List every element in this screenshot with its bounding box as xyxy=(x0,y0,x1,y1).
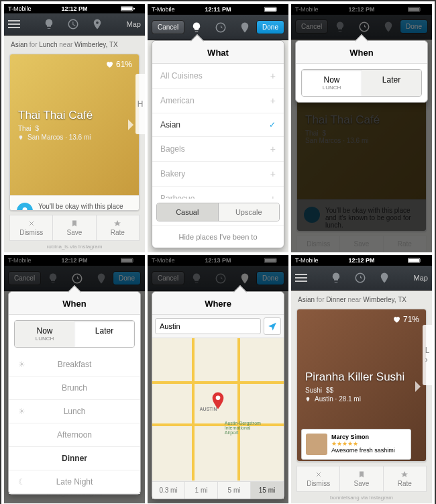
later-button[interactable]: Later xyxy=(74,321,134,347)
menu-icon[interactable] xyxy=(8,23,20,25)
card-title: Thai Thai Café xyxy=(18,109,131,122)
where-popover: Where AUSTIN Austin-Bergstrom Internatio… xyxy=(152,291,284,499)
when-popover: When NowLUNCH Later xyxy=(295,40,428,103)
filter-summary: Asian for Lunch near Wimberley, TX xyxy=(4,36,145,54)
cuisine-row-asian[interactable]: Asian✓ xyxy=(152,113,284,137)
result-card-sushi[interactable]: 71% Piranha Killer Sushi Sushi$$ Austin … xyxy=(296,309,427,462)
status-bar: T-Mobile 12:11 PM xyxy=(148,4,288,15)
now-button[interactable]: NowLUNCH xyxy=(15,321,74,347)
dismiss-button[interactable]: Dismiss xyxy=(296,466,340,492)
save-button[interactable]: Save xyxy=(53,215,96,241)
map-button[interactable]: Map xyxy=(127,20,141,28)
card-meta: Thai$ xyxy=(18,125,131,132)
clock-icon[interactable] xyxy=(354,272,366,284)
save-button[interactable]: Save xyxy=(340,466,383,492)
rate-button[interactable]: Rate xyxy=(384,466,427,492)
clock-icon[interactable] xyxy=(215,21,227,34)
time-segment: NowLUNCH Later xyxy=(301,69,422,97)
top-nav: Map xyxy=(4,13,145,36)
status-bar: T-Mobile 12:12 PM xyxy=(4,4,145,13)
next-card-peek[interactable]: L› xyxy=(423,325,432,385)
radius-segment: 0.3 mi1 mi5 mi15 mi xyxy=(152,481,284,499)
svg-point-15 xyxy=(216,396,221,401)
timeslot-breakfast[interactable]: ☀Breakfast xyxy=(9,353,140,376)
radius-1mi[interactable]: 1 mi xyxy=(185,482,218,499)
cuisine-list[interactable]: All Cuisines+American+Asian✓Bagels+Baker… xyxy=(152,64,284,199)
timeslot-brunch[interactable]: Brunch xyxy=(9,376,140,400)
pin-icon[interactable] xyxy=(91,18,103,30)
rate-button[interactable]: Rate xyxy=(97,215,140,241)
photo-credit: robina_is via Instagram xyxy=(4,241,145,252)
radius-15mi[interactable]: 15 mi xyxy=(251,482,284,499)
carrier-label: T-Mobile xyxy=(8,5,32,12)
timeslot-lunch[interactable]: ☀Lunch xyxy=(9,400,140,423)
cuisine-row-bakery[interactable]: Bakery+ xyxy=(152,162,284,187)
svg-rect-17 xyxy=(408,259,419,262)
user-tip-text: Awesome fresh sashimi xyxy=(331,447,395,454)
location-arrow-icon xyxy=(268,321,277,331)
upscale-button[interactable]: Upscale xyxy=(218,203,280,221)
screen-when-now: T-Mobile12:12 PM Cancel Done Asian for L… xyxy=(291,4,432,252)
user-name: Marcy Simon xyxy=(331,434,395,440)
now-button[interactable]: NowLUNCH xyxy=(302,70,362,96)
cancel-button[interactable]: Cancel xyxy=(152,20,184,34)
screen-lunch-card: T-Mobile 12:12 PM Map Asian for Lunch ne… xyxy=(4,4,145,252)
clock-icon[interactable] xyxy=(67,18,79,30)
done-button[interactable]: Done xyxy=(256,20,284,34)
timeslot-list[interactable]: ☀BreakfastBrunch☀LunchAfternoonDinner☾La… xyxy=(9,353,140,494)
next-card-peek[interactable]: H xyxy=(135,74,145,134)
locate-me-button[interactable] xyxy=(264,317,281,335)
card-title: Piranha Killer Sushi xyxy=(305,370,418,384)
card-location: San Marcos · 13.6 mi xyxy=(18,134,131,141)
map-button[interactable]: Map xyxy=(414,274,428,282)
status-right-icons xyxy=(121,5,141,13)
popover-title: What xyxy=(152,41,284,64)
cuisine-row-bagels[interactable]: Bagels+ xyxy=(152,137,284,162)
menu-icon[interactable] xyxy=(295,277,307,279)
time-label: 12:12 PM xyxy=(61,5,87,12)
screen-what: T-Mobile 12:11 PM Cancel Done What All C… xyxy=(148,4,288,252)
user-tip-tile[interactable]: Marcy Simon ★★★★★ Awesome fresh sashimi xyxy=(301,429,411,460)
avatar xyxy=(306,434,327,455)
when-popover-later: When NowLUNCH Later ☀BreakfastBrunch☀Lun… xyxy=(8,291,141,495)
location-search-input[interactable] xyxy=(155,318,261,334)
actions-bar: Dismiss Save Rate xyxy=(9,215,140,241)
radius-5mi[interactable]: 5 mi xyxy=(218,482,251,499)
later-button[interactable]: Later xyxy=(362,70,421,96)
bulb-icon[interactable] xyxy=(43,18,55,30)
svg-rect-1 xyxy=(121,7,132,10)
timeslot-afternoon[interactable]: Afternoon xyxy=(9,423,140,447)
casual-button[interactable]: Casual xyxy=(157,203,218,221)
bulb-icon[interactable] xyxy=(190,21,203,34)
map-view[interactable]: AUSTIN Austin-Bergstrom International Ai… xyxy=(152,338,284,481)
result-card-thai[interactable]: 61% Thai Thai Café Thai$ San Marcos · 13… xyxy=(9,54,140,211)
screen-where: T-Mobile12:13 PM Cancel Done Where xyxy=(148,255,288,503)
timeslot-dinner[interactable]: Dinner xyxy=(9,447,140,470)
pin-icon[interactable] xyxy=(239,21,251,34)
screen-dinner-card: T-Mobile12:12 PM Map Asian for Dinner ne… xyxy=(291,255,432,503)
dismiss-button[interactable]: Dismiss xyxy=(9,215,53,241)
tip-row: You'll be okay with this place and it's … xyxy=(10,195,139,211)
screen-when-later: T-Mobile12:12 PM Cancel Done You'll be o… xyxy=(4,255,145,503)
svg-rect-2 xyxy=(133,8,135,9)
chevron-right-icon[interactable] xyxy=(414,381,421,392)
style-segment: Casual Upscale xyxy=(156,203,280,221)
radius-0.3mi[interactable]: 0.3 mi xyxy=(152,482,185,499)
heart-icon xyxy=(392,315,400,323)
pin-small-icon xyxy=(305,397,311,402)
cuisine-row-barbecue[interactable]: Barbecue+ xyxy=(152,187,284,199)
cuisine-row-american[interactable]: American+ xyxy=(152,89,284,113)
timeslot-late-night[interactable]: ☾Late Night xyxy=(9,470,140,494)
chevron-right-icon[interactable] xyxy=(127,119,133,130)
pin-small-icon xyxy=(18,135,23,140)
heart-icon xyxy=(105,60,113,68)
star-rating-icon: ★★★★★ xyxy=(331,440,395,447)
map-pin-icon xyxy=(211,392,225,409)
hide-visited-button[interactable]: Hide places I've been to xyxy=(152,225,284,248)
svg-rect-4 xyxy=(265,8,276,11)
tip-icon xyxy=(17,203,33,211)
bulb-icon[interactable] xyxy=(330,272,342,284)
what-popover: What All Cuisines+American+Asian✓Bagels+… xyxy=(152,40,284,248)
pin-icon[interactable] xyxy=(378,272,390,284)
cuisine-row-all-cuisines[interactable]: All Cuisines+ xyxy=(152,64,284,89)
